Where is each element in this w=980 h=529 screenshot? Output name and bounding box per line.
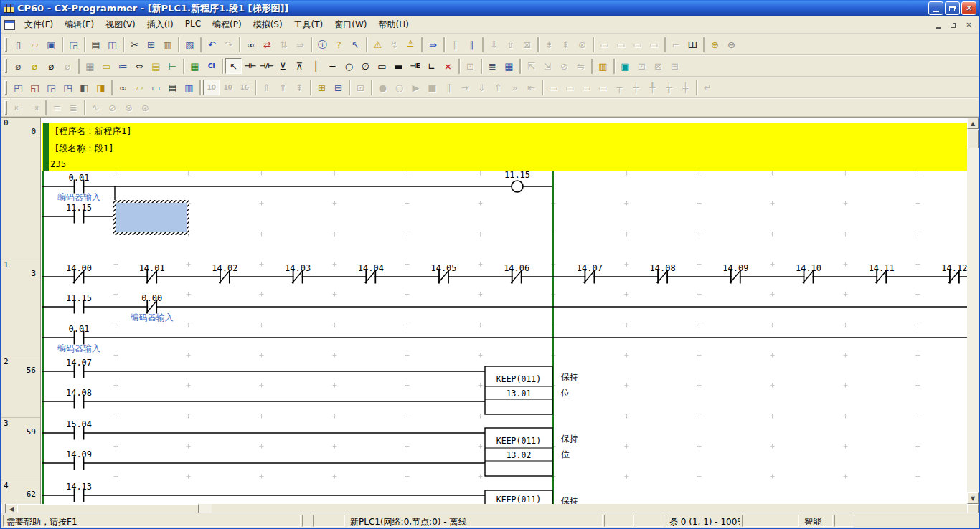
go-to-rung-button[interactable]: ↵ (699, 80, 716, 95)
horizontal-scrollbar[interactable]: ◀ (1, 504, 212, 513)
scroll-left-button[interactable]: ◀ (6, 504, 17, 513)
partial-transfer-from-plc-button[interactable]: ⇞ (557, 37, 574, 52)
keep-instruction-block[interactable]: KEEP(011)13.01保持位 (485, 366, 578, 414)
document-icon[interactable] (4, 20, 15, 30)
change-value-button[interactable]: ⇑ (275, 80, 291, 95)
new-contact-button[interactable]: ⊣⊢ (242, 58, 258, 74)
contact-nc[interactable]: 14.07 (577, 263, 603, 284)
contact-nc[interactable]: 14.00 (66, 263, 92, 284)
minimize-button[interactable] (928, 1, 943, 15)
rung-margin-cell-1[interactable]: 13 (1, 259, 40, 356)
rung-margin-cell-2[interactable]: 256 (1, 356, 40, 417)
align-list-2-button[interactable]: ≣ (65, 100, 82, 115)
address-reference-button[interactable]: ⇛ (292, 37, 308, 52)
contact-nc[interactable]: 14.09 (722, 263, 748, 284)
pause-button[interactable]: ‖ (463, 37, 480, 52)
dialog-window-button[interactable]: ▤ (164, 80, 181, 95)
begin-online-edit-button[interactable]: ∿ (88, 100, 104, 115)
paste-to-clipboard-button[interactable]: ▧ (182, 37, 198, 52)
sim-pause-button[interactable]: ‖ (440, 80, 457, 95)
rung-margin-cell-3[interactable]: 359 (1, 417, 40, 480)
contact-no[interactable]: 11.15 (66, 293, 92, 314)
sim-stop-button[interactable]: ■ (424, 80, 440, 95)
contact-nc[interactable]: 0.00编码器输入 (131, 293, 174, 323)
topology-3-button[interactable]: ╀ (644, 80, 661, 95)
network-window-2-button[interactable]: ▭ (562, 80, 578, 95)
comment-tag-button[interactable]: ▱ (131, 80, 148, 95)
monitor-data-display-button[interactable]: ⇔ (131, 58, 148, 74)
watch-window-button[interactable]: ◲ (43, 80, 60, 95)
contact-nc[interactable]: 14.02 (212, 263, 237, 284)
new-document-button[interactable]: ▯ (10, 37, 27, 52)
toolbar-grip[interactable] (4, 37, 7, 52)
new-closed-coil-button[interactable]: ∅ (357, 58, 374, 74)
network-window-4-button[interactable]: ▭ (595, 80, 611, 95)
print-button[interactable]: ▤ (88, 37, 104, 52)
sim-run-button[interactable]: ▶ (407, 80, 424, 95)
selection-cursor[interactable] (113, 200, 189, 235)
cross-reference-button[interactable]: CI (203, 58, 220, 74)
contact-no[interactable]: 14.07 (66, 358, 92, 378)
menu-item-4[interactable]: PLC (179, 16, 207, 33)
clear-breakpoints-button[interactable]: ○ (391, 80, 407, 95)
select-tool-button[interactable]: ↖ (225, 58, 242, 74)
rung-margin-cell-4[interactable]: 462 (1, 480, 40, 504)
contact-no[interactable]: 14.09 (66, 449, 92, 470)
child-close-button[interactable]: ✕ (962, 19, 976, 31)
force-off-button[interactable]: ⇲ (540, 58, 556, 74)
cross-reference-report-button[interactable]: ◳ (60, 80, 76, 95)
cut-button[interactable]: ✂ (126, 37, 143, 52)
ladder-diagram[interactable]: 0.01编码器输入11.1511.1514.0014.0114.0214.031… (42, 171, 967, 504)
undo-button[interactable]: ↶ (204, 37, 220, 52)
toolbar-grip[interactable] (4, 80, 7, 95)
rung-margin-cell-0[interactable]: 00 (1, 118, 40, 259)
differential-monitoring-button[interactable]: ⌐ (668, 37, 684, 52)
force-cancel-button[interactable]: ⊘ (556, 58, 573, 74)
transfer-to-plc-button[interactable]: ⇩ (486, 37, 502, 52)
menu-item-8[interactable]: 窗口(W) (329, 16, 372, 33)
watch-window-2-button[interactable]: ⊠ (650, 58, 666, 74)
monitor-hex-button[interactable]: 16 (236, 80, 253, 95)
print-preview-button[interactable]: ◫ (104, 37, 121, 52)
run-mode-button[interactable]: ▭ (646, 37, 662, 52)
contact-no[interactable]: 11.15 (66, 203, 92, 224)
output-coil[interactable]: 11.15 (504, 171, 530, 192)
differentiate-monitor-button[interactable]: ⇋ (573, 58, 589, 74)
horizontal-scroll-thumb[interactable] (17, 504, 199, 513)
contact-no[interactable]: 0.01编码器输入 (57, 324, 100, 353)
step-out-button[interactable]: ⇑ (490, 80, 507, 95)
symbol-table-button[interactable]: ▦ (187, 58, 203, 74)
help-button[interactable]: ? (331, 37, 347, 52)
toolbar-grip[interactable] (4, 59, 7, 73)
time-chart-monitoring-button[interactable]: Ш (684, 37, 701, 52)
new-or-contact-button[interactable]: ⊻ (275, 58, 291, 74)
contact-nc[interactable]: 14.12 (941, 263, 967, 284)
ladder-rung-monitor-button[interactable]: ▥ (595, 58, 611, 74)
new-plc-instruction-button[interactable]: ▭ (374, 58, 390, 74)
contact-nc[interactable]: 14.03 (285, 263, 311, 284)
toolbar-grip[interactable] (4, 100, 7, 115)
ladder-view[interactable]: [程序名 : 新程序1] [段名称 : 段1] 235 0.01编码器输入11.… (42, 118, 967, 504)
contact-no[interactable]: 15.04 (66, 419, 92, 440)
pause-with-trigger-button[interactable]: ● (374, 80, 391, 95)
contact-nc[interactable]: 14.05 (430, 263, 456, 284)
project-workspace-window-button[interactable]: ◰ (10, 80, 27, 95)
contact-nc[interactable]: 14.11 (869, 263, 895, 284)
step-in-button[interactable]: ⇓ (473, 80, 490, 95)
work-online-simulator-button[interactable]: ⇛ (425, 37, 441, 52)
keep-instruction-block[interactable]: KEEP(011)保持 (485, 490, 578, 504)
contact-no[interactable]: 14.08 (66, 388, 92, 409)
program-check-button[interactable]: ≜ (402, 37, 419, 52)
io-comment-view-button[interactable]: ▦ (501, 58, 517, 74)
monitor-window-button[interactable]: ▣ (617, 58, 633, 74)
new-coil-button[interactable]: ○ (341, 58, 357, 74)
new-closed-contact-button[interactable]: ⊣/⊢ (258, 58, 275, 74)
network-window-1-button[interactable]: ▭ (545, 80, 562, 95)
open-project-button[interactable]: ▱ (27, 37, 43, 52)
new-vertical-button[interactable]: │ (308, 58, 324, 74)
zoom-out-button[interactable]: ⌀ (60, 58, 76, 74)
vertical-scrollbar[interactable]: ▲ ▼ (967, 118, 979, 504)
page-setup-button[interactable]: ◲ (65, 37, 82, 52)
contact-nc[interactable]: 14.06 (504, 263, 529, 284)
monitor-signed-decimal-button[interactable]: 10 (220, 80, 236, 95)
